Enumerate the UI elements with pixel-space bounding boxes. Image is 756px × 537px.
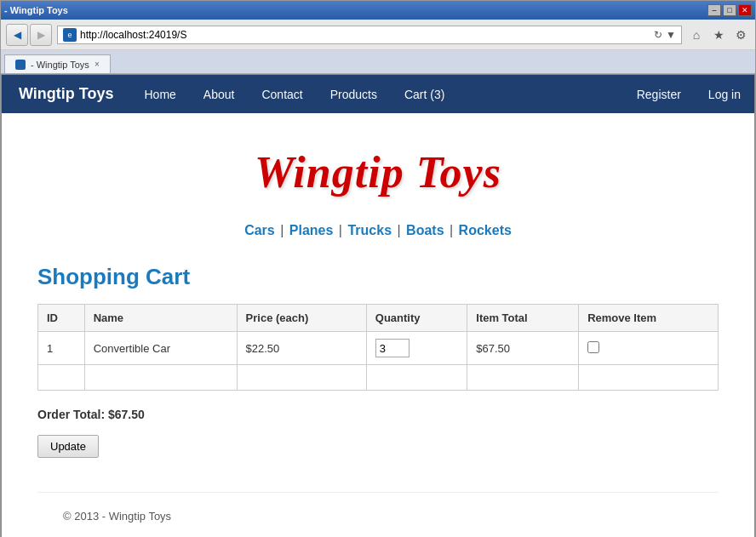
browser-window: - Wingtip Toys – □ ✕ ◀ ▶ e ↻ ▼ ⌂ ★ ⚙	[0, 0, 756, 537]
nav-item-about[interactable]: About	[190, 76, 249, 113]
forward-button[interactable]: ▶	[30, 24, 52, 46]
separator-2: |	[339, 223, 342, 237]
empty-cell-5	[467, 365, 579, 391]
cell-name: Convertible Car	[84, 332, 237, 365]
navbar: Wingtip Toys Home About Contact Products…	[2, 75, 754, 113]
separator-1: |	[280, 223, 284, 237]
col-header-item-total: Item Total	[467, 305, 579, 332]
settings-button[interactable]: ⚙	[731, 26, 750, 44]
cell-price: $22.50	[237, 332, 366, 365]
restore-button[interactable]: □	[723, 4, 736, 16]
remove-checkbox[interactable]	[587, 341, 599, 353]
nav-link-login[interactable]: Log in	[695, 76, 754, 113]
cart-table: ID Name Price (each) Quantity Item Total…	[37, 304, 719, 391]
footer: © 2013 - Wingtip Toys	[37, 492, 719, 537]
navbar-nav-right: Register Log in	[623, 76, 754, 113]
tab-close-button[interactable]: ×	[94, 60, 100, 69]
toolbar-right: ⌂ ★ ⚙	[687, 26, 750, 44]
separator-3: |	[397, 223, 400, 237]
table-row: 1 Convertible Car $22.50 $67.50	[38, 332, 719, 365]
page-content: Wingtip Toys Home About Contact Products…	[1, 74, 755, 537]
back-button[interactable]: ◀	[6, 24, 28, 46]
home-button[interactable]: ⌂	[687, 26, 706, 44]
table-body: 1 Convertible Car $22.50 $67.50	[38, 332, 719, 391]
title-bar-buttons: – □ ✕	[707, 4, 752, 16]
category-link-cars[interactable]: Cars	[244, 223, 275, 237]
nav-item-register[interactable]: Register	[623, 76, 695, 113]
cell-item-total: $67.50	[467, 332, 579, 365]
navbar-nav: Home About Contact Products Cart (3)	[131, 76, 623, 113]
navbar-brand[interactable]: Wingtip Toys	[2, 75, 131, 113]
active-tab[interactable]: - Wingtip Toys ×	[4, 54, 111, 73]
nav-item-cart[interactable]: Cart (3)	[391, 76, 458, 113]
browser-toolbar: ◀ ▶ e ↻ ▼ ⌂ ★ ⚙	[1, 20, 755, 50]
col-header-price: Price (each)	[237, 305, 366, 332]
col-header-name: Name	[84, 305, 237, 332]
title-bar-text: - Wingtip Toys	[4, 5, 68, 15]
favorites-button[interactable]: ★	[709, 26, 728, 44]
search-icon: ▼	[666, 29, 676, 41]
category-link-boats[interactable]: Boats	[406, 223, 444, 237]
footer-text: © 2013 - Wingtip Toys	[63, 510, 171, 523]
empty-cell-2	[84, 365, 237, 391]
nav-link-home[interactable]: Home	[131, 76, 190, 113]
update-button[interactable]: Update	[37, 435, 99, 458]
forward-icon: ▶	[37, 29, 45, 41]
quantity-input[interactable]	[375, 339, 410, 357]
refresh-icon: ↻	[654, 29, 662, 41]
col-header-id: ID	[38, 305, 85, 332]
nav-link-cart[interactable]: Cart (3)	[391, 76, 458, 113]
page-heading: Shopping Cart	[37, 264, 719, 290]
empty-cell-3	[237, 365, 366, 391]
tab-favicon	[15, 60, 26, 70]
cell-quantity	[366, 332, 467, 365]
cell-id: 1	[38, 332, 85, 365]
nav-item-home[interactable]: Home	[131, 76, 190, 113]
site-title: Wingtip Toys	[255, 148, 501, 197]
empty-cell-4	[366, 365, 467, 391]
back-icon: ◀	[14, 29, 21, 41]
close-button[interactable]: ✕	[738, 4, 752, 16]
url-input[interactable]	[80, 29, 650, 41]
browser-tabs: - Wingtip Toys ×	[1, 50, 755, 74]
nav-item-products[interactable]: Products	[317, 76, 391, 113]
minimize-button[interactable]: –	[707, 4, 721, 16]
empty-cell-1	[38, 365, 85, 391]
main-container: Wingtip Toys Cars | Planes | Trucks | Bo…	[12, 113, 744, 537]
table-header: ID Name Price (each) Quantity Item Total…	[38, 305, 719, 332]
category-link-planes[interactable]: Planes	[289, 223, 334, 237]
order-total: Order Total: $67.50	[37, 408, 719, 421]
tab-title: - Wingtip Toys	[31, 60, 89, 70]
address-icon: e	[63, 28, 77, 42]
address-bar[interactable]: e ↻ ▼	[57, 26, 682, 44]
nav-link-contact[interactable]: Contact	[248, 76, 316, 113]
title-bar: - Wingtip Toys – □ ✕	[1, 1, 755, 20]
col-header-remove: Remove Item	[579, 305, 719, 332]
empty-cell-6	[579, 365, 719, 391]
nav-link-register[interactable]: Register	[623, 76, 695, 113]
category-link-trucks[interactable]: Trucks	[347, 223, 392, 237]
nav-link-about[interactable]: About	[190, 76, 249, 113]
nav-buttons: ◀ ▶	[6, 24, 52, 46]
site-title-section: Wingtip Toys	[37, 130, 719, 206]
empty-row	[38, 365, 719, 391]
separator-4: |	[450, 223, 453, 237]
category-links: Cars | Planes | Trucks | Boats | Rockets	[37, 223, 719, 238]
nav-item-contact[interactable]: Contact	[248, 76, 316, 113]
cell-remove	[579, 332, 719, 365]
col-header-quantity: Quantity	[366, 305, 467, 332]
nav-link-products[interactable]: Products	[317, 76, 391, 113]
nav-item-login[interactable]: Log in	[695, 76, 754, 113]
header-row: ID Name Price (each) Quantity Item Total…	[38, 305, 719, 332]
category-link-rockets[interactable]: Rockets	[459, 223, 512, 237]
